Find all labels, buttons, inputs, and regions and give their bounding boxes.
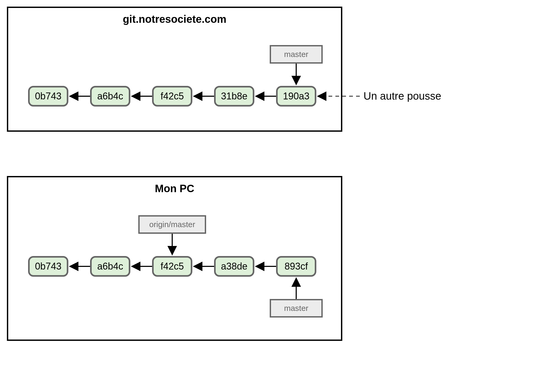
commit-hash: 0b743 xyxy=(35,91,61,102)
branch-name: origin/master xyxy=(149,220,195,229)
remote-commit-3: 31b8e xyxy=(214,86,254,107)
commit-hash: f42c5 xyxy=(161,91,184,102)
remote-commit-2: f42c5 xyxy=(152,86,192,107)
commit-hash: 190a3 xyxy=(283,91,309,102)
incoming-label: Un autre pousse xyxy=(363,90,441,102)
remote-commit-1: a6b4c xyxy=(90,86,130,107)
branch-name: master xyxy=(284,50,308,59)
local-remote-branch-label: origin/master xyxy=(138,215,206,234)
local-commit-1: a6b4c xyxy=(90,256,130,277)
commit-hash: a38de xyxy=(221,261,247,272)
commit-hash: 893cf xyxy=(285,261,308,272)
local-commit-0: 0b743 xyxy=(28,256,68,277)
local-commit-2: f42c5 xyxy=(152,256,192,277)
branch-name: master xyxy=(284,304,308,313)
commit-hash: 0b743 xyxy=(35,261,61,272)
commit-hash: a6b4c xyxy=(97,91,123,102)
remote-title: git.notresociete.com xyxy=(8,13,341,25)
remote-branch-label: master xyxy=(270,45,323,64)
local-title: Mon PC xyxy=(8,183,341,195)
local-branch-label: master xyxy=(270,299,323,318)
remote-commit-0: 0b743 xyxy=(28,86,68,107)
commit-hash: a6b4c xyxy=(97,261,123,272)
remote-commit-4: 190a3 xyxy=(276,86,316,107)
commit-hash: f42c5 xyxy=(161,261,184,272)
local-commit-3: a38de xyxy=(214,256,254,277)
remote-panel: git.notresociete.com xyxy=(7,7,342,132)
local-commit-4: 893cf xyxy=(276,256,316,277)
commit-hash: 31b8e xyxy=(221,91,247,102)
